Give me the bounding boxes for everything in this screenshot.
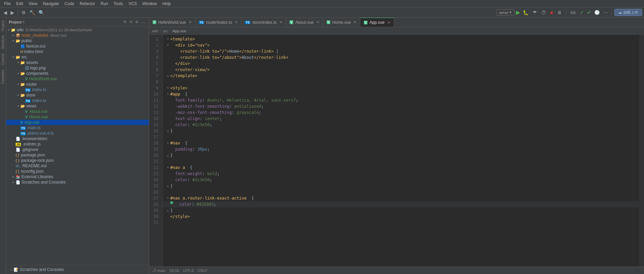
code-line-25[interactable]: ▲} (163, 183, 639, 189)
code-line-19[interactable]: padding: 30px; (163, 146, 639, 152)
tab-close-button[interactable]: ✕ (387, 20, 390, 25)
menu-item-edit[interactable]: Edit (13, 1, 26, 7)
tree-item-wiki[interactable]: ▾📁wikiD:\WebStorm\2021-12-28-NewStart\wi… (6, 27, 149, 33)
code-line-22[interactable]: ▼#nav a { (163, 165, 639, 171)
tree-item-app_vue[interactable]: VApp.vue (6, 120, 149, 125)
menu-item-run[interactable]: Run (98, 1, 111, 7)
code-line-28[interactable]: color: #42b983; (163, 201, 639, 207)
tree-item-about_vue[interactable]: VAbout.vue (6, 109, 149, 114)
code-line-7[interactable]: ▲</template> (163, 73, 639, 79)
fold-gutter-25[interactable]: ▲ (166, 183, 170, 189)
tree-item-external_libs[interactable]: ▸📚External Libraries (6, 174, 149, 179)
tree-item-scratches[interactable]: ▸📄Scratches and Consoles (6, 179, 149, 185)
breadcrumb-appvue[interactable]: App.vue (173, 29, 186, 33)
breadcrumb-wiki[interactable]: wiki (152, 29, 158, 33)
debug-button[interactable]: 🐛 (521, 9, 530, 16)
pause-button[interactable]: ⏸ (556, 9, 563, 16)
menu-item-file[interactable]: File (1, 1, 13, 7)
code-line-4[interactable]: <router-link to="/about">About</router-l… (163, 54, 639, 61)
fold-gutter-7[interactable]: ▲ (166, 73, 170, 79)
code-line-24[interactable]: color: #2c3e50; (163, 177, 639, 183)
code-line-5[interactable]: </div> (163, 61, 639, 67)
tab-close-button[interactable]: ✕ (354, 20, 357, 24)
menu-item-tools[interactable]: Tools (111, 1, 126, 7)
panel-settings-button[interactable]: ⚙ (134, 19, 140, 24)
status-line-col[interactable]: 28:18 (170, 269, 179, 273)
left-tool-favorites[interactable]: Favorites (0, 68, 5, 86)
left-tool-structure[interactable]: Structure (0, 33, 5, 51)
tree-item-shims_vue[interactable]: TSshims-vue.d.ts (6, 131, 149, 136)
code-line-15[interactable]: color: #2c3e50; (163, 122, 639, 128)
tree-item-components[interactable]: ▾📂components (6, 71, 149, 76)
tree-item-store[interactable]: ▾📂store (6, 92, 149, 98)
code-line-6[interactable]: <router-view/> (163, 67, 639, 73)
status-encoding[interactable]: UTF-8 (183, 269, 193, 273)
tree-item-gitignore[interactable]: 📄.gitignore (6, 147, 149, 152)
tab-close-button[interactable]: ✕ (235, 20, 238, 24)
status-branch[interactable]: ⎇ main (152, 268, 166, 273)
tab-home-vue[interactable]: VHome.vue✕ (323, 18, 360, 27)
tree-item-logo_png[interactable]: 🖼logo.png (6, 65, 149, 71)
code-line-17[interactable] (163, 134, 639, 140)
tree-item-package_lock_json[interactable]: { }package-lock.json (6, 158, 149, 163)
tree-item-node_modules[interactable]: ▸📦node_moduleslibrary root (6, 33, 149, 38)
code-line-20[interactable]: ▲} (163, 152, 639, 158)
fold-gutter-18[interactable]: ▼ (166, 140, 170, 146)
fold-gutter-20[interactable]: ▲ (166, 152, 170, 158)
status-line-sep[interactable]: CRLF (198, 269, 208, 273)
tree-item-favicon[interactable]: 🔵favicon.ico (6, 44, 149, 49)
fold-gutter-2[interactable]: ▼ (166, 42, 170, 48)
settings-button[interactable]: ⚙ (20, 9, 27, 16)
git-checkmark-button[interactable]: ✓ (579, 9, 585, 16)
tree-item-router_index_ts[interactable]: TSindex.ts (6, 87, 149, 92)
git-more-button[interactable]: ⋯ (602, 9, 609, 16)
code-line-2[interactable]: ▼ <div id="nav"> (163, 42, 639, 48)
tab-close-button[interactable]: ✕ (279, 20, 282, 24)
code-line-13[interactable]: -moz-osx-font-smoothing: grayscale; (163, 109, 639, 116)
left-tool-project[interactable]: Project (0, 18, 5, 33)
code-line-1[interactable]: ▼<template> (163, 36, 639, 42)
code-line-26[interactable] (163, 189, 639, 195)
menu-item-navigate[interactable]: Navigate (40, 1, 62, 7)
tree-item-browserslistrc[interactable]: 📄.browserslistrc (6, 136, 149, 141)
code-line-3[interactable]: <router-link to="/">Home</router-link> | (163, 48, 639, 54)
code-line-12[interactable]: -webkit-font-smoothing: antialiased; (163, 103, 639, 109)
code-area[interactable]: ▼<template>▼ <div id="nav"> <router-link… (163, 35, 639, 267)
serve-config-button[interactable]: serve ▾ (496, 9, 515, 16)
code-line-11[interactable]: font-family: Avenir, Helvetica, Arial, s… (163, 97, 639, 103)
git-accept-button[interactable]: ✔ (586, 9, 592, 16)
menu-item-view[interactable]: View (26, 1, 40, 7)
code-line-10[interactable]: ▼#app { (163, 91, 639, 97)
code-line-18[interactable]: ▼#nav { (163, 140, 639, 146)
search-button[interactable]: 🔍 (37, 9, 46, 16)
tab-app-vue[interactable]: VApp.vue✕ (360, 18, 394, 27)
profile-button[interactable]: ⏱ (540, 9, 547, 16)
stop-button[interactable]: ■ (549, 9, 554, 16)
back-button[interactable]: ◀ (2, 9, 9, 16)
fold-gutter-1[interactable]: ▼ (166, 36, 170, 42)
tree-item-index_html[interactable]: Hindex.html (6, 49, 149, 54)
panel-collapse-button[interactable]: — (140, 19, 146, 24)
tab-helloworld-vue[interactable]: VHelloWorld.vue✕ (149, 18, 195, 27)
breadcrumb-src[interactable]: src (163, 29, 168, 33)
tree-item-assets[interactable]: ▾📂assets (6, 60, 149, 65)
left-tool-commit[interactable]: Commit (0, 52, 5, 67)
menu-item-refactor[interactable]: Refactor (77, 1, 98, 7)
run-button[interactable]: ▶ (516, 9, 520, 16)
panel-scroll-button[interactable]: ⇆ (128, 19, 133, 24)
tab-close-button[interactable]: ✕ (316, 20, 319, 24)
menu-item-vcs[interactable]: VCS (126, 1, 140, 7)
tab-store-index-ts[interactable]: TSstore\index.ts✕ (241, 18, 286, 27)
code-line-9[interactable]: ▼<style> (163, 85, 639, 91)
code-line-8[interactable] (163, 79, 639, 85)
tree-item-tsconfig_json[interactable]: { }tsconfig.json (6, 169, 149, 174)
code-line-21[interactable] (163, 158, 639, 165)
code-line-16[interactable]: ▲} (163, 128, 639, 134)
tab-about-vue[interactable]: VAbout.vue✕ (286, 18, 323, 27)
coverage-button[interactable]: ☂ (531, 9, 538, 16)
tab-router-index-ts[interactable]: TSrouter\index.ts✕ (195, 18, 242, 27)
code-line-23[interactable]: font-weight: bold; (163, 171, 639, 177)
tree-item-store_index_ts[interactable]: TSindex.ts (6, 98, 149, 103)
tree-item-main_ts[interactable]: TSmain.ts (6, 125, 149, 131)
scratches-item[interactable]: ▶ 📝 Scratches and Consoles (6, 267, 149, 273)
